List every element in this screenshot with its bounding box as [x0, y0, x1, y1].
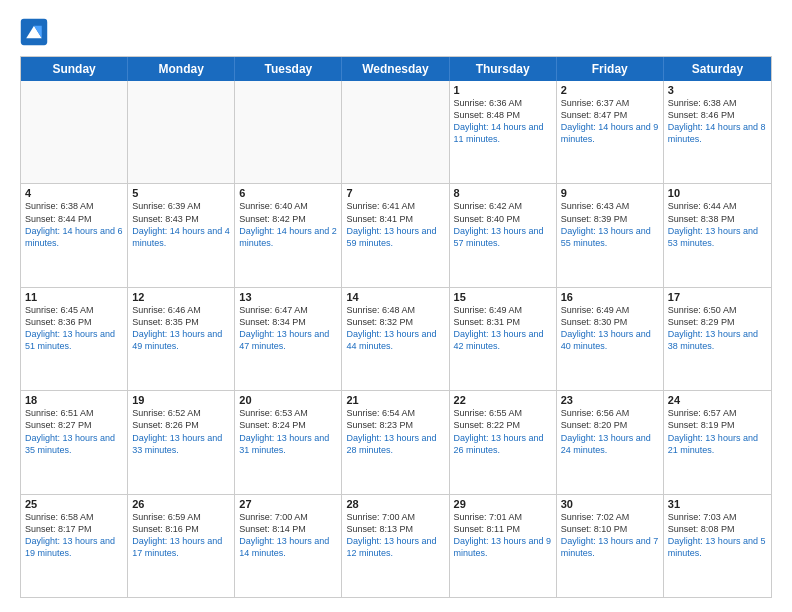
cell-info: Sunrise: 6:38 AMSunset: 8:44 PMDaylight:… [25, 200, 123, 249]
cell-info: Sunrise: 7:03 AMSunset: 8:08 PMDaylight:… [668, 511, 767, 560]
cell-info: Sunrise: 6:41 AMSunset: 8:41 PMDaylight:… [346, 200, 444, 249]
weekday-header-sunday: Sunday [21, 57, 128, 81]
calendar-cell: 14Sunrise: 6:48 AMSunset: 8:32 PMDayligh… [342, 288, 449, 390]
cell-info: Sunrise: 6:39 AMSunset: 8:43 PMDaylight:… [132, 200, 230, 249]
day-number: 24 [668, 394, 767, 406]
cell-info: Sunrise: 6:50 AMSunset: 8:29 PMDaylight:… [668, 304, 767, 353]
calendar-cell: 24Sunrise: 6:57 AMSunset: 8:19 PMDayligh… [664, 391, 771, 493]
calendar-cell: 23Sunrise: 6:56 AMSunset: 8:20 PMDayligh… [557, 391, 664, 493]
day-number: 12 [132, 291, 230, 303]
calendar-cell: 28Sunrise: 7:00 AMSunset: 8:13 PMDayligh… [342, 495, 449, 597]
calendar-page: SundayMondayTuesdayWednesdayThursdayFrid… [0, 0, 792, 612]
day-number: 8 [454, 187, 552, 199]
cell-info: Sunrise: 6:36 AMSunset: 8:48 PMDaylight:… [454, 97, 552, 146]
day-number: 13 [239, 291, 337, 303]
cell-info: Sunrise: 6:49 AMSunset: 8:31 PMDaylight:… [454, 304, 552, 353]
weekday-header-tuesday: Tuesday [235, 57, 342, 81]
day-number: 16 [561, 291, 659, 303]
calendar-cell: 30Sunrise: 7:02 AMSunset: 8:10 PMDayligh… [557, 495, 664, 597]
day-number: 3 [668, 84, 767, 96]
day-number: 25 [25, 498, 123, 510]
cell-info: Sunrise: 6:59 AMSunset: 8:16 PMDaylight:… [132, 511, 230, 560]
cell-info: Sunrise: 7:02 AMSunset: 8:10 PMDaylight:… [561, 511, 659, 560]
cell-info: Sunrise: 6:44 AMSunset: 8:38 PMDaylight:… [668, 200, 767, 249]
cell-info: Sunrise: 6:57 AMSunset: 8:19 PMDaylight:… [668, 407, 767, 456]
calendar-cell: 17Sunrise: 6:50 AMSunset: 8:29 PMDayligh… [664, 288, 771, 390]
day-number: 21 [346, 394, 444, 406]
cell-info: Sunrise: 6:46 AMSunset: 8:35 PMDaylight:… [132, 304, 230, 353]
calendar-cell: 26Sunrise: 6:59 AMSunset: 8:16 PMDayligh… [128, 495, 235, 597]
calendar-cell: 7Sunrise: 6:41 AMSunset: 8:41 PMDaylight… [342, 184, 449, 286]
weekday-header-saturday: Saturday [664, 57, 771, 81]
calendar-cell: 25Sunrise: 6:58 AMSunset: 8:17 PMDayligh… [21, 495, 128, 597]
cell-info: Sunrise: 6:48 AMSunset: 8:32 PMDaylight:… [346, 304, 444, 353]
day-number: 20 [239, 394, 337, 406]
calendar-cell: 6Sunrise: 6:40 AMSunset: 8:42 PMDaylight… [235, 184, 342, 286]
cell-info: Sunrise: 7:00 AMSunset: 8:14 PMDaylight:… [239, 511, 337, 560]
calendar-cell [128, 81, 235, 183]
day-number: 1 [454, 84, 552, 96]
calendar-grid: SundayMondayTuesdayWednesdayThursdayFrid… [20, 56, 772, 598]
calendar-cell: 19Sunrise: 6:52 AMSunset: 8:26 PMDayligh… [128, 391, 235, 493]
cell-info: Sunrise: 6:43 AMSunset: 8:39 PMDaylight:… [561, 200, 659, 249]
day-number: 29 [454, 498, 552, 510]
calendar-cell: 3Sunrise: 6:38 AMSunset: 8:46 PMDaylight… [664, 81, 771, 183]
calendar-row-2: 11Sunrise: 6:45 AMSunset: 8:36 PMDayligh… [21, 288, 771, 391]
cell-info: Sunrise: 6:47 AMSunset: 8:34 PMDaylight:… [239, 304, 337, 353]
calendar-cell: 2Sunrise: 6:37 AMSunset: 8:47 PMDaylight… [557, 81, 664, 183]
cell-info: Sunrise: 6:51 AMSunset: 8:27 PMDaylight:… [25, 407, 123, 456]
cell-info: Sunrise: 6:45 AMSunset: 8:36 PMDaylight:… [25, 304, 123, 353]
cell-info: Sunrise: 6:53 AMSunset: 8:24 PMDaylight:… [239, 407, 337, 456]
day-number: 10 [668, 187, 767, 199]
day-number: 2 [561, 84, 659, 96]
cell-info: Sunrise: 6:55 AMSunset: 8:22 PMDaylight:… [454, 407, 552, 456]
weekday-header-monday: Monday [128, 57, 235, 81]
cell-info: Sunrise: 6:49 AMSunset: 8:30 PMDaylight:… [561, 304, 659, 353]
cell-info: Sunrise: 6:56 AMSunset: 8:20 PMDaylight:… [561, 407, 659, 456]
day-number: 7 [346, 187, 444, 199]
cell-info: Sunrise: 6:58 AMSunset: 8:17 PMDaylight:… [25, 511, 123, 560]
day-number: 19 [132, 394, 230, 406]
day-number: 22 [454, 394, 552, 406]
logo [20, 18, 52, 46]
calendar-row-0: 1Sunrise: 6:36 AMSunset: 8:48 PMDaylight… [21, 81, 771, 184]
day-number: 11 [25, 291, 123, 303]
calendar-cell: 21Sunrise: 6:54 AMSunset: 8:23 PMDayligh… [342, 391, 449, 493]
day-number: 27 [239, 498, 337, 510]
weekday-header-thursday: Thursday [450, 57, 557, 81]
calendar-cell: 18Sunrise: 6:51 AMSunset: 8:27 PMDayligh… [21, 391, 128, 493]
cell-info: Sunrise: 6:37 AMSunset: 8:47 PMDaylight:… [561, 97, 659, 146]
day-number: 17 [668, 291, 767, 303]
calendar-row-4: 25Sunrise: 6:58 AMSunset: 8:17 PMDayligh… [21, 495, 771, 597]
cell-info: Sunrise: 7:01 AMSunset: 8:11 PMDaylight:… [454, 511, 552, 560]
calendar-cell [342, 81, 449, 183]
calendar-cell [21, 81, 128, 183]
calendar-cell: 20Sunrise: 6:53 AMSunset: 8:24 PMDayligh… [235, 391, 342, 493]
day-number: 14 [346, 291, 444, 303]
calendar-cell: 4Sunrise: 6:38 AMSunset: 8:44 PMDaylight… [21, 184, 128, 286]
calendar-cell: 15Sunrise: 6:49 AMSunset: 8:31 PMDayligh… [450, 288, 557, 390]
calendar-header: SundayMondayTuesdayWednesdayThursdayFrid… [21, 57, 771, 81]
calendar-cell [235, 81, 342, 183]
calendar-cell: 10Sunrise: 6:44 AMSunset: 8:38 PMDayligh… [664, 184, 771, 286]
day-number: 4 [25, 187, 123, 199]
day-number: 6 [239, 187, 337, 199]
day-number: 18 [25, 394, 123, 406]
calendar-cell: 9Sunrise: 6:43 AMSunset: 8:39 PMDaylight… [557, 184, 664, 286]
day-number: 30 [561, 498, 659, 510]
cell-info: Sunrise: 6:54 AMSunset: 8:23 PMDaylight:… [346, 407, 444, 456]
calendar-cell: 5Sunrise: 6:39 AMSunset: 8:43 PMDaylight… [128, 184, 235, 286]
calendar-row-1: 4Sunrise: 6:38 AMSunset: 8:44 PMDaylight… [21, 184, 771, 287]
calendar-cell: 16Sunrise: 6:49 AMSunset: 8:30 PMDayligh… [557, 288, 664, 390]
calendar-cell: 1Sunrise: 6:36 AMSunset: 8:48 PMDaylight… [450, 81, 557, 183]
calendar-body: 1Sunrise: 6:36 AMSunset: 8:48 PMDaylight… [21, 81, 771, 597]
weekday-header-wednesday: Wednesday [342, 57, 449, 81]
calendar-cell: 11Sunrise: 6:45 AMSunset: 8:36 PMDayligh… [21, 288, 128, 390]
day-number: 15 [454, 291, 552, 303]
logo-icon [20, 18, 48, 46]
page-header [20, 18, 772, 46]
cell-info: Sunrise: 6:52 AMSunset: 8:26 PMDaylight:… [132, 407, 230, 456]
day-number: 28 [346, 498, 444, 510]
day-number: 5 [132, 187, 230, 199]
calendar-row-3: 18Sunrise: 6:51 AMSunset: 8:27 PMDayligh… [21, 391, 771, 494]
